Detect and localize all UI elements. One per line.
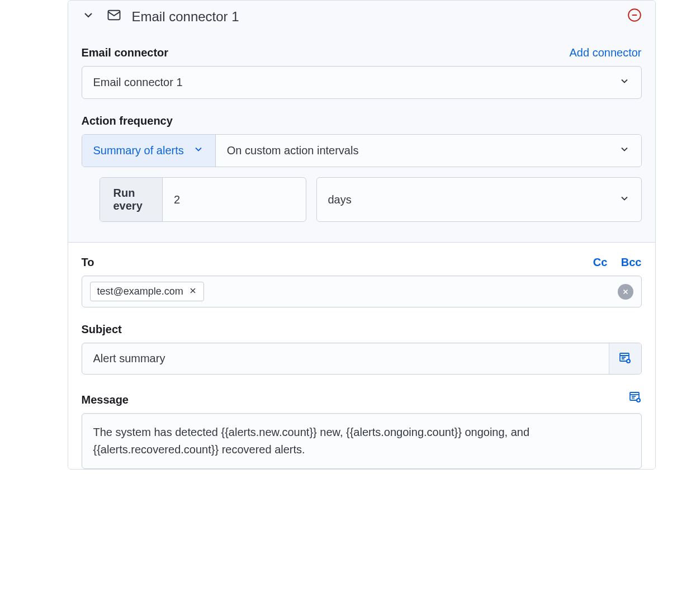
- frequency-label: Action frequency: [82, 115, 642, 127]
- run-unit-value: days: [328, 193, 352, 206]
- bcc-link[interactable]: Bcc: [621, 256, 642, 268]
- collapse-toggle[interactable]: [82, 8, 95, 25]
- to-label: To: [82, 256, 94, 269]
- run-every-input[interactable]: [163, 178, 305, 221]
- cc-link[interactable]: Cc: [593, 256, 608, 268]
- run-unit-select[interactable]: days: [316, 177, 642, 222]
- frequency-interval-select[interactable]: On custom action intervals: [216, 135, 641, 167]
- run-every-field: Run every: [100, 177, 306, 222]
- subject-input[interactable]: [82, 343, 609, 374]
- connector-select-value: Email connector 1: [93, 76, 183, 89]
- to-chip-label: test@example.com: [97, 286, 183, 297]
- email-icon: [106, 7, 122, 26]
- email-connector-panel: Email connector 1 Email connector Add co…: [68, 0, 656, 470]
- variable-icon: [628, 396, 642, 405]
- connector-select[interactable]: Email connector 1: [82, 66, 642, 99]
- frequency-summary-select[interactable]: Summary of alerts: [82, 135, 216, 167]
- message-textarea[interactable]: The system has detected {{alerts.new.cou…: [82, 413, 642, 469]
- chevron-down-icon: [619, 75, 630, 89]
- to-combobox[interactable]: test@example.com: [82, 276, 642, 307]
- subject-label: Subject: [82, 323, 642, 336]
- chevron-down-icon: [619, 193, 630, 207]
- chevron-down-icon: [619, 144, 630, 158]
- clear-all-icon[interactable]: [618, 284, 633, 300]
- connector-config-section: Email connector Add connector Email conn…: [68, 33, 655, 242]
- frequency-summary-value: Summary of alerts: [93, 144, 184, 157]
- run-every-label: Run every: [100, 178, 163, 221]
- email-fields-section: To Cc Bcc test@example.com Subject: [68, 242, 655, 469]
- chip-remove-icon[interactable]: [189, 286, 197, 297]
- variable-icon: [618, 351, 632, 367]
- add-connector-link[interactable]: Add connector: [570, 46, 642, 59]
- insert-variable-subject-button[interactable]: [609, 343, 641, 374]
- frequency-interval-value: On custom action intervals: [227, 144, 359, 157]
- to-chip: test@example.com: [90, 282, 204, 301]
- connector-label: Email connector: [82, 46, 169, 59]
- remove-action-button[interactable]: [627, 8, 642, 26]
- panel-title: Email connector 1: [132, 9, 627, 25]
- message-label: Message: [82, 394, 129, 406]
- insert-variable-message-button[interactable]: [628, 390, 642, 406]
- panel-header: Email connector 1: [68, 1, 655, 33]
- chevron-down-icon: [193, 144, 204, 158]
